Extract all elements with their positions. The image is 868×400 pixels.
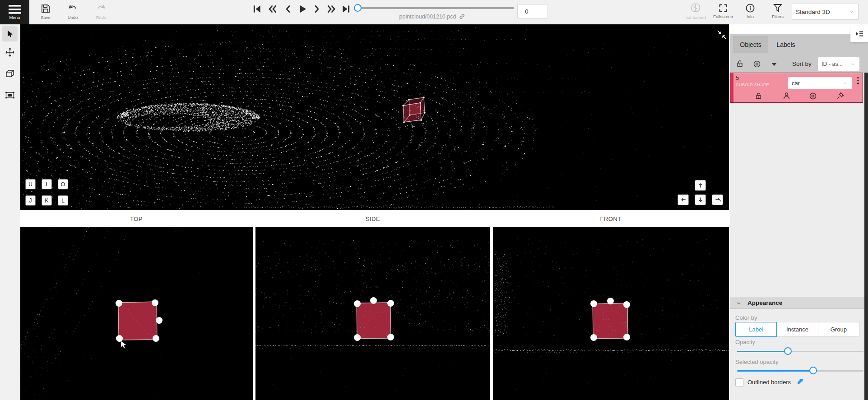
collapse-panel-button[interactable] [850,25,868,42]
triangle-down-icon[interactable] [770,61,778,68]
menu-button[interactable]: Menu [0,0,29,24]
frame-number-input[interactable] [517,4,548,18]
lock-icon[interactable] [735,58,745,69]
main-3d-viewport[interactable] [20,24,729,210]
opacity-slider-handle[interactable] [784,347,792,355]
visibility-icon[interactable] [752,59,762,69]
frame-tool-button[interactable] [4,89,16,101]
color-by-option-instance[interactable]: Instance [776,322,818,337]
next-frame-button[interactable] [311,3,322,15]
fast-forward-button[interactable] [326,3,337,15]
pointer-tool-button[interactable] [2,26,18,41]
object-card[interactable]: 5 CUBOID SHAPE car [730,73,863,103]
collapse-arrows-icon[interactable] [716,29,728,41]
hotkey-u[interactable]: U [25,179,36,189]
hotkey-i[interactable]: I [42,179,52,189]
nav-left-button[interactable] [678,194,689,205]
object-id: 5 [736,74,739,81]
skip-to-last-button[interactable] [341,3,352,15]
info-button[interactable]: Info [741,3,759,19]
hotkey-l[interactable]: L [58,195,68,206]
timeline-slider-track[interactable] [357,7,514,9]
color-by-option-group[interactable]: Group [818,322,859,337]
cuboid-annotation-side-view[interactable] [357,303,391,339]
cuboid-resize-handle[interactable] [370,297,377,304]
hotkey-j[interactable]: J [25,195,36,206]
collapse-panel-icon [854,28,865,39]
nav-down-button[interactable] [695,194,706,205]
pointer-tool-icon [5,29,14,39]
person-icon[interactable] [782,91,791,101]
panel-scrollbar[interactable] [864,73,868,400]
fast-rewind-button[interactable] [267,3,278,15]
sort-select-value: ID - as... [822,61,843,67]
tab-labels[interactable]: Labels [772,36,800,53]
cuboid-resize-handle[interactable] [116,335,123,342]
cuboid-resize-handle[interactable] [152,299,158,306]
selected-opacity-slider[interactable] [737,367,863,375]
play-button[interactable] [297,3,308,15]
fullscreen-button[interactable]: Fullscreen [712,3,734,19]
cuboid-resize-handle[interactable] [153,335,159,342]
appearance-header[interactable]: Appearance [730,297,864,309]
object-class-select[interactable]: car [788,77,852,89]
lock-icon[interactable] [754,91,763,101]
front-view-label: FRONT [584,216,638,222]
pan-tool-button[interactable] [4,46,16,58]
cuboid-resize-handle[interactable] [354,300,361,307]
timeline-slider-handle[interactable] [354,4,362,12]
cuboid-resize-handle[interactable] [623,334,630,340]
redo-button[interactable]: Redo [92,3,111,20]
not-trained-button[interactable]: not trained [682,2,709,20]
cuboid-resize-handle[interactable] [623,301,630,308]
cuboid-resize-handle[interactable] [387,300,394,307]
cuboid-resize-handle[interactable] [590,300,597,307]
cuboid-resize-handle[interactable] [607,298,614,304]
save-button[interactable]: Save [36,3,55,20]
cuboid-resize-handle[interactable] [354,334,361,341]
view-mode-select[interactable]: Standard 3D [792,4,859,20]
outlined-borders-checkbox[interactable] [735,378,743,386]
filters-button[interactable]: Filters [768,3,787,19]
cuboid-annotation-front-view[interactable] [593,303,628,339]
link-icon[interactable] [459,13,465,20]
kebab-menu-icon[interactable] [856,77,860,84]
cuboid-annotation-3d[interactable] [402,102,424,124]
hamburger-icon [8,5,22,14]
filters-label: Filters [772,14,784,19]
prev-frame-button[interactable] [283,3,294,15]
opacity-slider-fill [737,351,788,352]
top-toolbar: Menu Save Undo Redo [0,0,868,24]
cuboid-tool-icon [5,68,15,79]
brain-icon [689,2,702,14]
tab-labels-label: Labels [776,41,795,48]
pin-icon[interactable] [836,91,845,101]
hotkey-k[interactable]: K [42,195,52,206]
tab-objects[interactable]: Objects [733,36,768,53]
cuboid-tool-button[interactable] [4,68,16,79]
frame-tool-icon [5,90,15,101]
sort-select[interactable]: ID - as... [818,57,859,71]
info-icon [745,3,756,14]
opacity-slider[interactable] [737,347,863,355]
floppy-icon [40,3,51,14]
undo-label: Undo [68,15,78,20]
selected-opacity-slider-handle[interactable] [809,367,817,374]
color-by-option-label[interactable]: Label [735,322,777,337]
arrow-up-icon [697,182,704,189]
eyedropper-icon[interactable] [796,377,805,386]
nav-up-button[interactable] [695,180,706,191]
cuboid-annotation-top-view[interactable] [118,302,157,340]
cuboid-resize-handle[interactable] [156,317,162,324]
undo-button[interactable]: Undo [63,3,82,20]
visibility-icon[interactable] [808,91,818,101]
fullscreen-label: Fullscreen [713,14,733,19]
cuboid-resize-handle[interactable] [590,334,597,341]
skip-to-first-button[interactable] [251,3,262,15]
hotkey-o[interactable]: O [58,179,68,189]
nav-right-button[interactable] [712,194,723,205]
cuboid-resize-handle[interactable] [116,300,122,307]
arrow-left-icon [680,196,687,203]
cuboid-resize-handle[interactable] [387,334,394,340]
arrow-right-icon [714,196,721,203]
